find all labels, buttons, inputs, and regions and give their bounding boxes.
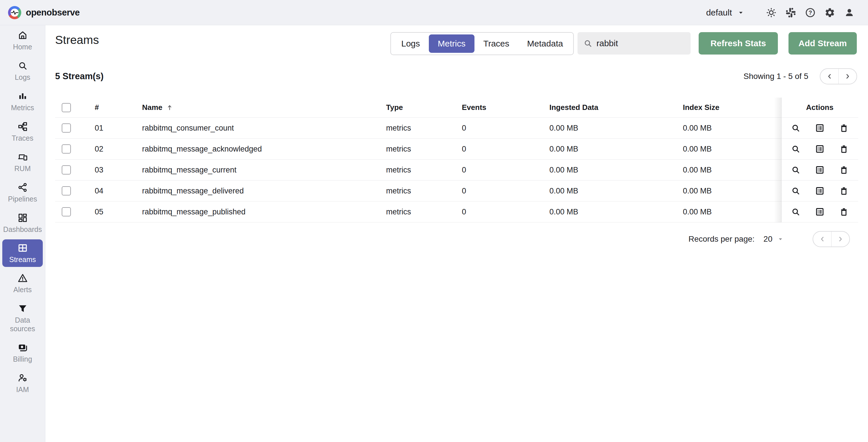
delete-stream-button[interactable] xyxy=(838,122,849,134)
row-index-size: 0.00 MB xyxy=(668,166,781,175)
tab-metadata[interactable]: Metadata xyxy=(518,34,572,53)
sidebar-item-data-sources[interactable]: Data sources xyxy=(0,298,45,338)
dashboards-icon xyxy=(18,213,28,223)
sun-icon xyxy=(766,7,777,18)
list-detail-icon xyxy=(815,207,825,217)
sidebar-item-metrics[interactable]: Metrics xyxy=(0,86,45,117)
row-number: 05 xyxy=(90,208,127,216)
tab-logs[interactable]: Logs xyxy=(392,34,429,53)
stream-details-button[interactable] xyxy=(814,164,826,176)
search-input[interactable] xyxy=(596,38,685,48)
help-icon: ? xyxy=(805,7,816,18)
prev-page-button[interactable] xyxy=(820,69,838,84)
row-checkbox[interactable] xyxy=(62,186,71,195)
showing-range: Showing 1 - 5 of 5 xyxy=(743,72,808,81)
sidebar-item-pipelines[interactable]: Pipelines xyxy=(0,178,45,208)
main-content: Streams LogsMetricsTracesMetadata Refres… xyxy=(45,25,868,442)
row-checkbox[interactable] xyxy=(62,207,71,216)
explore-stream-button[interactable] xyxy=(790,143,801,155)
svg-text:?: ? xyxy=(809,9,812,15)
stream-search-box xyxy=(578,32,691,55)
row-number: 01 xyxy=(90,124,127,133)
row-stream-name: rabbitmq_message_published xyxy=(127,208,371,216)
actions-column-divider xyxy=(781,98,782,222)
next-page-button-bottom[interactable] xyxy=(831,232,849,247)
sidebar-item-traces[interactable]: Traces xyxy=(0,117,45,147)
next-page-button[interactable] xyxy=(838,69,857,84)
sidebar-item-dashboards[interactable]: Dashboards xyxy=(0,208,45,238)
delete-stream-button[interactable] xyxy=(838,185,849,197)
stream-details-button[interactable] xyxy=(814,206,826,218)
sidebar-item-billing[interactable]: Billing xyxy=(0,338,45,368)
magnifier-icon xyxy=(791,207,801,217)
chevron-right-icon xyxy=(844,73,851,80)
header-number: # xyxy=(90,103,127,112)
tab-traces[interactable]: Traces xyxy=(474,34,518,53)
trash-icon xyxy=(839,165,849,175)
explore-stream-button[interactable] xyxy=(790,164,801,176)
brand-home-link[interactable]: openobserve xyxy=(0,6,80,19)
row-checkbox[interactable] xyxy=(62,145,71,154)
records-per-page-value[interactable]: 20 xyxy=(764,234,772,244)
row-number: 04 xyxy=(90,187,127,195)
select-all-checkbox[interactable] xyxy=(62,103,71,112)
topbar-actions: default xyxy=(706,4,868,22)
row-checkbox-cell xyxy=(55,123,90,133)
tab-metrics[interactable]: Metrics xyxy=(429,34,474,53)
magnifier-icon xyxy=(791,186,801,196)
row-stream-type: metrics xyxy=(371,166,446,175)
chevron-right-icon xyxy=(837,235,844,243)
explore-stream-button[interactable] xyxy=(790,122,801,134)
theme-toggle-button[interactable] xyxy=(763,4,780,22)
sidebar-item-label: IAM xyxy=(16,385,29,394)
row-checkbox[interactable] xyxy=(62,123,71,133)
table-header-row: # Name Type Events Ingested Data Index S… xyxy=(55,98,858,118)
prev-page-button-bottom[interactable] xyxy=(813,232,831,247)
billing-icon xyxy=(18,342,28,353)
streams-icon xyxy=(18,243,28,253)
stream-details-button[interactable] xyxy=(814,185,826,197)
caret-down-icon xyxy=(737,9,745,17)
gear-icon xyxy=(825,7,835,18)
sort-ascending-icon xyxy=(166,104,174,112)
sidebar-item-logs[interactable]: Logs xyxy=(0,56,45,86)
row-stream-type: metrics xyxy=(371,208,446,216)
sidebar-item-home[interactable]: Home xyxy=(0,25,45,56)
delete-stream-button[interactable] xyxy=(838,164,849,176)
row-index-size: 0.00 MB xyxy=(668,187,781,195)
person-icon xyxy=(844,7,855,18)
sidebar-item-iam[interactable]: IAM xyxy=(0,368,45,399)
sidebar-item-label: Data sources xyxy=(3,316,43,333)
account-button[interactable] xyxy=(840,4,858,22)
table-row: 04 rabbitmq_message_delivered metrics 0 … xyxy=(55,181,858,201)
brand-name: openobserve xyxy=(26,7,80,18)
org-selector[interactable]: default xyxy=(706,8,745,18)
stream-details-button[interactable] xyxy=(814,122,826,134)
sidebar-item-streams[interactable]: Streams xyxy=(2,240,43,267)
delete-stream-button[interactable] xyxy=(838,143,849,155)
row-checkbox-cell xyxy=(55,165,90,175)
slack-icon xyxy=(785,7,796,18)
magnifier-icon xyxy=(791,123,801,133)
openobserve-logo-icon xyxy=(8,6,21,19)
row-index-size: 0.00 MB xyxy=(668,145,781,154)
row-checkbox[interactable] xyxy=(62,165,71,175)
sidebar-item-label: Logs xyxy=(14,73,30,82)
row-events: 0 xyxy=(446,145,534,154)
sidebar: Home Logs Metrics Traces RUM Pipelines D… xyxy=(0,25,45,442)
help-button[interactable]: ? xyxy=(801,4,819,22)
sidebar-item-rum[interactable]: RUM xyxy=(0,147,45,178)
sidebar-item-alerts[interactable]: Alerts xyxy=(0,268,45,298)
records-caret-down-icon[interactable] xyxy=(777,235,784,243)
slack-button[interactable] xyxy=(782,4,800,22)
home-icon xyxy=(18,30,28,40)
header-name[interactable]: Name xyxy=(127,103,371,112)
settings-button[interactable] xyxy=(821,4,839,22)
search-icon xyxy=(18,61,28,71)
refresh-stats-button[interactable]: Refresh Stats xyxy=(699,32,778,55)
explore-stream-button[interactable] xyxy=(790,185,801,197)
delete-stream-button[interactable] xyxy=(838,206,849,218)
explore-stream-button[interactable] xyxy=(790,206,801,218)
add-stream-button[interactable]: Add Stream xyxy=(788,32,857,55)
stream-details-button[interactable] xyxy=(814,143,826,155)
